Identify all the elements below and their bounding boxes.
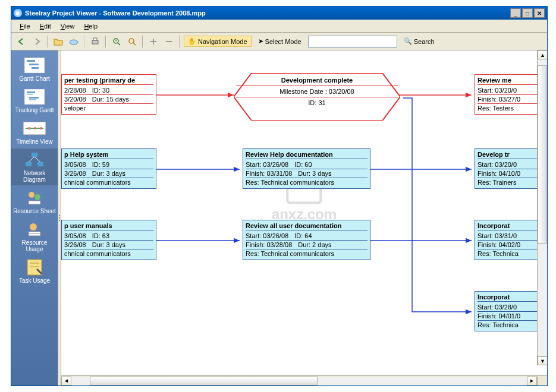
gantt-icon	[23, 56, 46, 74]
minimize-button[interactable]: _	[510, 8, 521, 18]
canvas-wrap: anxz.com per testing (primary de 2/28/08…	[61, 50, 547, 385]
svg-rect-25	[32, 153, 37, 157]
scroll-right-button[interactable]: ►	[527, 377, 537, 385]
menubar: File Edit View Help	[11, 20, 547, 33]
app-icon: ◉	[14, 9, 22, 17]
zoom-out-button[interactable]	[125, 35, 139, 48]
svg-point-24	[40, 127, 42, 129]
open-button[interactable]	[52, 35, 65, 48]
svg-point-30	[29, 192, 34, 198]
milestone-node[interactable]: Development complete Milestone Date : 03…	[234, 73, 400, 122]
resource-sheet-icon	[23, 189, 46, 207]
back-button[interactable]	[15, 35, 28, 48]
svg-rect-19	[29, 99, 36, 100]
svg-text:+: +	[115, 39, 117, 43]
task-node[interactable]: Review me Start: 03/20/0 Finish: 03/27/0…	[475, 74, 540, 115]
navigation-mode-button[interactable]: ✋ Navigation Mode	[184, 36, 252, 47]
sidebar-item-tracking[interactable]: Tracking Gantt	[11, 86, 58, 116]
network-diagram-icon	[23, 151, 46, 169]
sidebar-item-gantt[interactable]: Gantt Chart	[11, 54, 58, 84]
search-button[interactable]: 🔍 Search	[400, 36, 439, 47]
task-node[interactable]: Review Help documentation Start: 03/26/0…	[243, 148, 370, 189]
window-title: Steelray Project Viewer - Software Devel…	[25, 10, 509, 17]
cursor-icon: ➤	[258, 37, 263, 45]
svg-point-31	[34, 194, 40, 200]
collapse-button[interactable]	[162, 35, 175, 48]
svg-point-23	[34, 127, 36, 129]
svg-line-4	[118, 43, 120, 45]
svg-point-6	[129, 39, 134, 43]
svg-point-0	[70, 40, 78, 45]
scroll-up-button[interactable]: ▲	[538, 50, 547, 59]
menu-file[interactable]: File	[15, 21, 35, 31]
tracking-gantt-icon	[23, 88, 46, 106]
sidebar-item-resource-sheet[interactable]: Resource Sheet	[11, 186, 58, 217]
select-mode-button[interactable]: ➤ Select Mode	[254, 36, 306, 47]
network-canvas[interactable]: anxz.com per testing (primary de 2/28/08…	[61, 50, 547, 375]
print-button[interactable]	[89, 35, 102, 48]
resource-usage-icon	[23, 220, 46, 238]
svg-rect-2	[93, 38, 97, 40]
task-node[interactable]: p Help system 3/05/08ID: 59 3/26/08Dur: …	[61, 148, 156, 189]
toolbar: + ✋ Navigation Mode ➤ Select Mode 🔍 Sear…	[11, 33, 547, 50]
svg-line-7	[133, 43, 136, 45]
svg-rect-27	[37, 162, 43, 166]
zoom-in-button[interactable]: +	[110, 35, 123, 48]
cloud-open-button[interactable]	[67, 35, 80, 48]
svg-rect-16	[27, 91, 35, 93]
svg-rect-12	[27, 60, 35, 62]
scroll-left-button[interactable]: ◄	[61, 377, 71, 385]
timeline-icon	[23, 119, 46, 137]
vscroll-thumb[interactable]	[538, 65, 547, 244]
scroll-down-button[interactable]: ▼	[538, 356, 547, 365]
svg-rect-26	[26, 162, 32, 166]
sidebar-item-resource-usage[interactable]: Resource Usage	[11, 218, 58, 255]
task-node[interactable]: Incorporat Start: 03/28/0 Finish: 04/01/…	[475, 291, 540, 331]
svg-rect-13	[29, 64, 39, 65]
svg-rect-14	[32, 67, 39, 69]
svg-line-29	[34, 157, 40, 162]
view-sidebar: Gantt Chart Tracking Gantt Timeline View…	[11, 50, 58, 385]
hscroll-thumb[interactable]	[90, 377, 318, 385]
task-node[interactable]: Incorporat Start: 03/31/0 Finish: 04/02/…	[475, 220, 540, 260]
menu-view[interactable]: View	[56, 21, 80, 31]
main-area: Gantt Chart Tracking Gantt Timeline View…	[11, 50, 547, 385]
titlebar: ◉ Steelray Project Viewer - Software Dev…	[11, 7, 547, 20]
task-usage-icon	[23, 258, 46, 276]
svg-point-33	[30, 223, 37, 230]
search-input[interactable]	[308, 36, 397, 48]
app-window: ◉ Steelray Project Viewer - Software Dev…	[11, 6, 548, 386]
sidebar-item-task-usage[interactable]: Task Usage	[11, 256, 58, 286]
svg-point-22	[28, 127, 30, 129]
svg-rect-1	[92, 40, 98, 44]
sidebar-item-network[interactable]: Network Diagram	[11, 148, 58, 185]
task-node[interactable]: Develop tr Start: 03/20/0 Finish: 04/10/…	[475, 148, 540, 189]
horizontal-scrollbar[interactable]: ◄ ►	[61, 375, 547, 385]
svg-rect-32	[29, 201, 40, 204]
menu-help[interactable]: Help	[79, 21, 102, 31]
task-node[interactable]: Review all user documentation Start: 03/…	[243, 220, 370, 260]
svg-rect-17	[27, 94, 33, 95]
vertical-scrollbar[interactable]: ▲ ▼	[537, 50, 547, 365]
search-icon: 🔍	[404, 37, 412, 45]
task-node[interactable]: per testing (primary de 2/28/08ID: 30 3/…	[61, 74, 156, 115]
svg-line-28	[29, 157, 34, 162]
svg-rect-18	[29, 97, 39, 99]
menu-edit[interactable]: Edit	[35, 21, 56, 31]
expand-button[interactable]	[147, 35, 160, 48]
forward-button[interactable]	[30, 35, 43, 48]
task-node[interactable]: p user manuals 3/05/08ID: 63 3/26/08Dur:…	[61, 220, 156, 260]
sidebar-item-timeline[interactable]: Timeline View	[11, 117, 58, 147]
hand-icon: ✋	[188, 37, 196, 45]
maximize-button[interactable]: □	[522, 8, 533, 18]
close-button[interactable]: ✕	[534, 8, 545, 18]
